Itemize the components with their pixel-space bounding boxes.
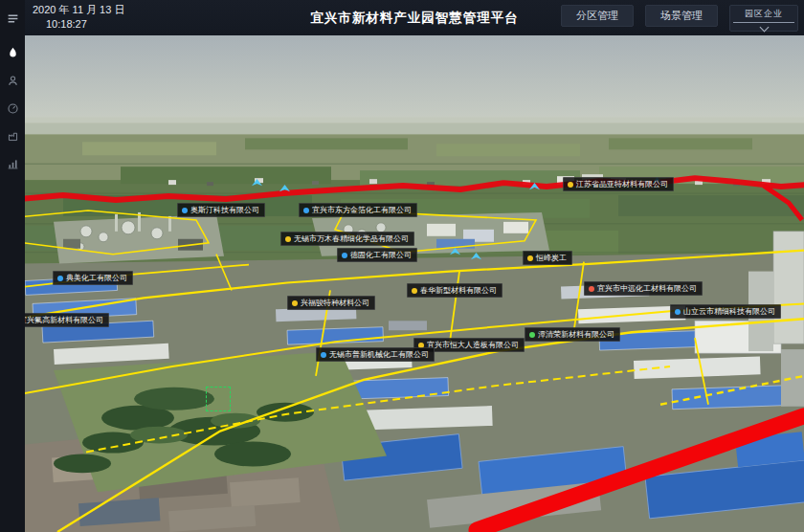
map-label[interactable]: 恒峰炭工 [523, 251, 572, 265]
poi-icon [57, 276, 63, 281]
flame-icon[interactable] [0, 40, 25, 65]
map-label[interactable]: 德固化工有限公司 [337, 248, 417, 262]
poi-icon [675, 309, 681, 315]
menu-icon[interactable] [0, 6, 25, 31]
poi-icon [182, 208, 188, 213]
poi-icon [292, 300, 298, 306]
map-label-text: 宜兴市东方金箔化工有限公司 [312, 207, 412, 214]
map-label-text: 山立云市精细科技有限公司 [683, 308, 775, 316]
map-label-text: 春华新型材料有限公司 [420, 287, 497, 295]
map-label-text: 德固化工有限公司 [350, 252, 412, 259]
map-label-text: 宜兴市中远化工材料有限公司 [597, 285, 697, 293]
chevron-down-icon [759, 23, 769, 33]
map-label-text: 恒峰炭工 [536, 255, 567, 262]
top-header: 2020 年 11 月 13 日 10:18:27 宜兴市新材料产业园智慧管理平… [25, 0, 804, 35]
map-label[interactable]: 春华新型材料有限公司 [407, 283, 502, 298]
poi-icon [568, 182, 573, 188]
bar-chart-icon[interactable] [0, 151, 25, 176]
map-label[interactable]: 无锡市万木春精细化学品有限公司 [280, 232, 414, 246]
map-label-text: 潭清荣新材料有限公司 [538, 331, 614, 339]
enterprise-dropdown-label: 园区企业 [745, 8, 783, 20]
poi-icon [285, 236, 291, 242]
map-label[interactable]: 奥斯汀科技有限公司 [177, 203, 265, 217]
selection-box [206, 387, 231, 411]
map-label[interactable]: 宜兴市中远化工材料有限公司 [584, 281, 703, 296]
meter-icon[interactable] [0, 96, 25, 121]
map-label-text: 无锡市普新机械化工有限公司 [329, 351, 429, 359]
map-label-text: 兴福骏特种材料公司 [301, 299, 369, 307]
poi-icon [321, 352, 326, 358]
poi-icon [342, 253, 347, 258]
map-label[interactable]: 山立云市精细科技有限公司 [670, 304, 781, 319]
factory-icon[interactable] [0, 123, 25, 148]
poi-icon [529, 332, 535, 338]
map-label[interactable]: 宜兴氟高新材料有限公司 [25, 313, 109, 327]
datetime-block: 2020 年 11 月 13 日 10:18:27 [33, 3, 124, 32]
map-label[interactable]: 江苏省晶亚特材料有限公司 [563, 177, 674, 191]
map-label[interactable]: 兴福骏特种材料公司 [287, 296, 375, 310]
time-text: 10:18:27 [46, 17, 124, 32]
worker-icon[interactable] [0, 68, 25, 93]
sidebar [0, 0, 25, 532]
poi-icon [527, 255, 533, 261]
scene-management-button[interactable]: 场景管理 [645, 5, 718, 27]
map-label[interactable]: 宜兴市东方金箔化工有限公司 [299, 203, 417, 217]
header-actions: 分区管理 场景管理 园区企业 [561, 5, 798, 32]
date-text: 2020 年 11 月 13 日 [33, 3, 124, 17]
map-view[interactable]: 奥斯汀科技有限公司宜兴市东方金箔化工有限公司无锡市万木春精细化学品有限公司德固化… [25, 35, 804, 532]
map-label[interactable]: 无锡市普新机械化工有限公司 [316, 347, 435, 362]
sky [25, 35, 804, 142]
zone-management-button[interactable]: 分区管理 [561, 5, 634, 27]
map-label-text: 典美化工有限公司 [66, 275, 127, 282]
map-label-text: 奥斯汀科技有限公司 [190, 207, 259, 214]
map-label-text: 无锡市万木春精细化学品有限公司 [294, 235, 409, 243]
map-label[interactable]: 潭清荣新材料有限公司 [525, 327, 620, 342]
poi-icon [589, 286, 594, 292]
enterprise-dropdown[interactable]: 园区企业 [729, 5, 798, 32]
map-label-text: 宜兴市恒大人造板有限公司 [427, 342, 519, 349]
map-label-text: 宜兴氟高新材料有限公司 [25, 317, 103, 324]
map-label-text: 江苏省晶亚特材料有限公司 [576, 181, 668, 188]
poi-icon [412, 288, 417, 294]
map-label[interactable]: 典美化工有限公司 [53, 271, 133, 285]
poi-icon [303, 208, 309, 213]
